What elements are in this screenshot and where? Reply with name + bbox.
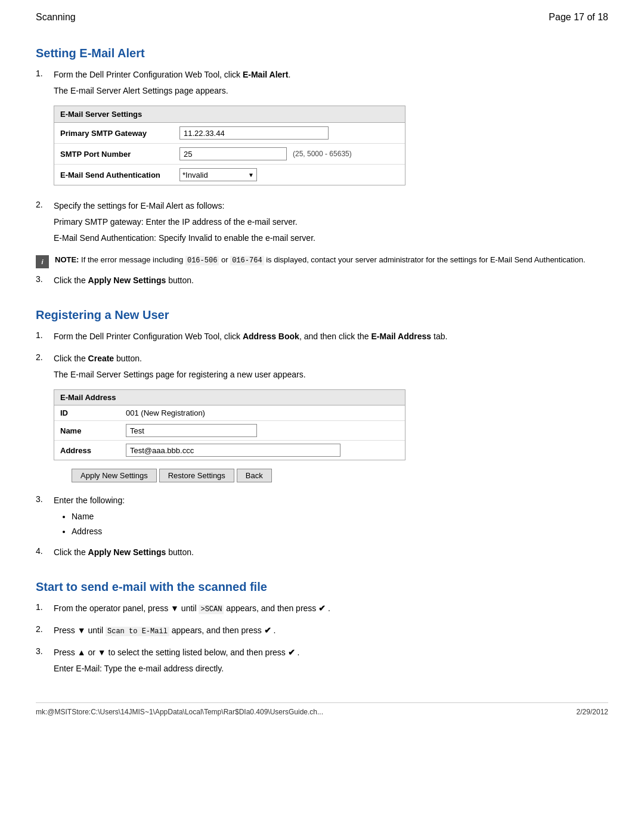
page-number: Page 17 of 18 bbox=[549, 12, 608, 23]
down-arrow-icon: ▼ bbox=[171, 603, 179, 613]
step-number: 2. bbox=[36, 352, 54, 488]
section2-step2-subtext: The E-mail Server Settings page for regi… bbox=[54, 368, 608, 381]
section3-step3-subtext: Enter E-Mail: Type the e-mail address di… bbox=[54, 662, 608, 675]
step3-bold: Apply New Settings bbox=[88, 275, 166, 285]
section2-step1: 1. Form the Dell Printer Configuration W… bbox=[36, 330, 608, 346]
note-box: i NOTE: If the error message including 0… bbox=[36, 254, 608, 268]
section3-step2-text: Press ▼ until Scan to E-Mail appears, an… bbox=[54, 624, 608, 637]
note-code2: 016-764 bbox=[230, 256, 264, 265]
step-number: 1. bbox=[36, 602, 54, 618]
address-row: Address bbox=[54, 441, 405, 460]
smtp-port-range: (25, 5000 - 65635) bbox=[293, 150, 352, 158]
bullet-address: Address bbox=[72, 525, 608, 538]
note-text-mid: or bbox=[221, 255, 230, 264]
smtp-port-row: SMTP Port Number (25, 5000 - 65635) bbox=[54, 144, 405, 165]
scan-email-code: Scan to E-Mail bbox=[106, 627, 169, 636]
step-number: 1. bbox=[36, 330, 54, 346]
address-label: Address bbox=[60, 446, 126, 455]
check-icon: ✔ bbox=[264, 625, 271, 635]
section3-step1: 1. From the operator panel, press ▼ unti… bbox=[36, 602, 608, 618]
section3-step3: 3. Press ▲ or ▼ to select the setting li… bbox=[36, 646, 608, 679]
step1-subtext: The E-mail Server Alert Settings page ap… bbox=[54, 85, 608, 97]
smtp-gateway-label: Primary SMTP Gateway bbox=[60, 129, 179, 138]
address-input[interactable] bbox=[126, 444, 340, 457]
step-number: 4. bbox=[36, 546, 54, 562]
note-icon: i bbox=[36, 255, 49, 268]
name-label: Name bbox=[60, 426, 126, 435]
step1-bold2: E-Mail Address bbox=[371, 332, 432, 341]
step-number: 2. bbox=[36, 624, 54, 640]
section3-heading: Start to send e-mail with the scanned fi… bbox=[36, 580, 608, 594]
id-value: 001 (New Registration) bbox=[126, 408, 399, 417]
section2-heading: Registering a New User bbox=[36, 308, 608, 322]
section2-step4: 4. Click the Apply New Settings button. bbox=[36, 546, 608, 562]
section2-step2-text: Click the Create button. bbox=[54, 352, 608, 365]
section3-step1-text: From the operator panel, press ▼ until >… bbox=[54, 602, 608, 615]
page-section-title: Scanning bbox=[36, 12, 76, 23]
email-auth-row: E-Mail Send Authentication *Invalid ▼ bbox=[54, 165, 405, 185]
step1-text: Form the Dell Printer Configuration Web … bbox=[54, 69, 608, 81]
email-address-title: E-Mail Address bbox=[54, 390, 405, 405]
note-text-before: If the error message including bbox=[81, 255, 185, 264]
section1-step2: 2. Specify the settings for E-Mail Alert… bbox=[36, 200, 608, 248]
email-auth-label: E-Mail Send Authentication bbox=[60, 171, 179, 179]
note-text: NOTE: If the error message including 016… bbox=[55, 254, 586, 266]
section2-step2: 2. Click the Create button. The E-mail S… bbox=[36, 352, 608, 488]
restore-settings-button[interactable]: Restore Settings bbox=[159, 469, 234, 482]
scan-code: >SCAN bbox=[199, 605, 224, 614]
down-arrow-icon: ▼ bbox=[78, 625, 86, 635]
note-label: NOTE: bbox=[55, 255, 79, 264]
step1-bold: E-Mail Alert bbox=[243, 70, 289, 79]
section2-step3: 3. Enter the following: Name Address bbox=[36, 494, 608, 540]
smtp-gateway-value bbox=[179, 126, 399, 140]
smtp-gateway-input[interactable] bbox=[179, 126, 329, 140]
name-row: Name bbox=[54, 421, 405, 441]
step-number: 3. bbox=[36, 274, 54, 290]
section2-step4-text: Click the Apply New Settings button. bbox=[54, 546, 608, 559]
step3-text: Click the Apply New Settings button. bbox=[54, 274, 608, 287]
footer-left: mk:@MSITStore:C:\Users\14JMIS~1\AppData\… bbox=[36, 708, 323, 716]
smtp-gateway-row: Primary SMTP Gateway bbox=[54, 123, 405, 144]
name-input[interactable] bbox=[126, 424, 257, 437]
apply-new-settings-button[interactable]: Apply New Settings bbox=[72, 469, 157, 482]
step-number: 3. bbox=[36, 646, 54, 679]
back-button[interactable]: Back bbox=[237, 469, 272, 482]
section2-step3-text: Enter the following: bbox=[54, 494, 608, 507]
email-auth-select[interactable]: *Invalid ▼ bbox=[179, 168, 257, 181]
name-value bbox=[126, 424, 399, 437]
step2-sub2: E-Mail Send Authentication: Specify Inva… bbox=[54, 232, 608, 244]
down-arrow-icon: ▼ bbox=[98, 648, 106, 657]
section1-heading: Setting E-Mail Alert bbox=[36, 47, 608, 60]
smtp-port-value: (25, 5000 - 65635) bbox=[179, 147, 399, 160]
check-icon: ✔ bbox=[318, 603, 326, 613]
step2-text: Specify the settings for E-Mail Alert as… bbox=[54, 200, 608, 212]
smtp-port-input[interactable] bbox=[179, 147, 287, 160]
id-label: ID bbox=[60, 408, 126, 417]
step-number: 3. bbox=[36, 494, 54, 540]
section2-step1-text: Form the Dell Printer Configuration Web … bbox=[54, 330, 608, 343]
email-address-box: E-Mail Address ID 001 (New Registration)… bbox=[54, 389, 405, 460]
section3-step2: 2. Press ▼ until Scan to E-Mail appears,… bbox=[36, 624, 608, 640]
email-server-settings-box: E-Mail Server Settings Primary SMTP Gate… bbox=[54, 106, 405, 185]
step4-bold: Apply New Settings bbox=[88, 547, 166, 557]
email-auth-value: *Invalid ▼ bbox=[179, 168, 399, 181]
step1-bold1: Address Book bbox=[243, 332, 299, 341]
address-value bbox=[126, 444, 399, 457]
section3-step3-text: Press ▲ or ▼ to select the setting liste… bbox=[54, 646, 608, 659]
section1-step3: 3. Click the Apply New Settings button. bbox=[36, 274, 608, 290]
step-number: 1. bbox=[36, 69, 54, 194]
bullet-list: Name Address bbox=[72, 510, 608, 538]
section1-step1: 1. Form the Dell Printer Configuration W… bbox=[36, 69, 608, 194]
step2-sub1: Primary SMTP gateway: Enter the IP addre… bbox=[54, 216, 608, 228]
bullet-name: Name bbox=[72, 510, 608, 523]
note-text-after: is displayed, contact your server admini… bbox=[266, 255, 585, 264]
step-number: 2. bbox=[36, 200, 54, 248]
step2-bold: Create bbox=[88, 354, 114, 363]
footer-right: 2/29/2012 bbox=[577, 708, 608, 716]
note-code1: 016-506 bbox=[185, 256, 219, 265]
check-icon: ✔ bbox=[288, 648, 295, 657]
footer: mk:@MSITStore:C:\Users\14JMIS~1\AppData\… bbox=[36, 702, 608, 716]
button-row: Apply New Settings Restore Settings Back bbox=[72, 469, 608, 482]
email-auth-selected: *Invalid bbox=[182, 171, 208, 179]
settings-box-title: E-Mail Server Settings bbox=[54, 106, 405, 123]
